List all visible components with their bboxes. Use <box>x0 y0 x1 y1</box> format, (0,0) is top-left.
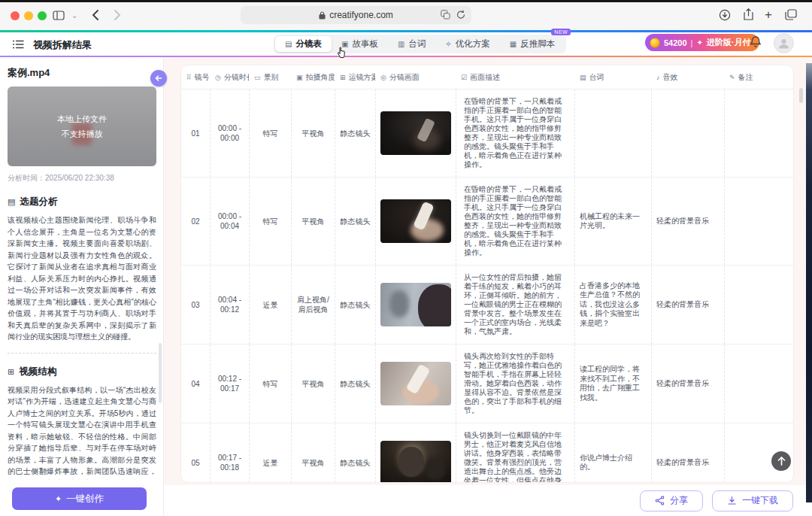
new-badge: NEW <box>551 29 571 35</box>
download-button[interactable]: 一键下载 <box>712 490 793 511</box>
notification-bell-icon[interactable] <box>750 35 762 48</box>
camera-angle-icon: ▣ <box>296 74 303 81</box>
table-row: 0300:04 - 00:12近景肩上视角/肩后视角静态镜头从一位女性的背后拍摄… <box>181 265 793 344</box>
translate-icon[interactable] <box>441 10 450 20</box>
zoom-window-button[interactable] <box>38 11 47 20</box>
topic-analysis-text: 该视频核心主题围绕新闻伦理、职场斗争和个人信念展开，主角是一位名为文慧心的资深新… <box>8 214 156 343</box>
scroll-to-top-button[interactable] <box>771 451 791 471</box>
sidebar-scrollbar[interactable] <box>159 343 162 403</box>
tab-label: 台词 <box>408 38 426 50</box>
share-button-label: 分享 <box>670 494 688 507</box>
cell-no: 04 <box>181 345 210 423</box>
credits-count: 54200 <box>664 38 687 47</box>
tab-5[interactable]: ▦反推脚本NEW <box>500 36 565 52</box>
cell-desc: 镜头切换到一位戴眼镜的中年男士，他正对着麦克风自信地讲话。他身穿西装，表情略带微… <box>456 423 574 483</box>
plan-diamond-icon: ✦ <box>696 38 702 47</box>
share-icon[interactable] <box>743 8 754 21</box>
share-button[interactable]: 分享 <box>640 490 703 511</box>
analysis-timestamp: 分析时间：2025/06/20 22:30:38 <box>8 173 156 184</box>
cell-scene: 特写 <box>249 345 291 423</box>
cell-line: 机械工程的未来一片光明。 <box>574 178 651 265</box>
one-click-create-button[interactable]: ✦ 一键创作 <box>12 487 147 510</box>
column-header-音效: ♪音效 <box>651 72 724 83</box>
minimize-window-button[interactable] <box>24 11 33 20</box>
app-window: ⌄ creatifyone.com <box>0 0 812 516</box>
tab-label: 故事板 <box>352 38 378 50</box>
cell-sound <box>651 90 724 177</box>
tab-4[interactable]: ✧优化方案 <box>435 36 499 52</box>
cell-sound-text: 轻柔的背景音乐 <box>656 458 720 468</box>
cell-note <box>724 345 794 423</box>
cell-note <box>724 90 794 177</box>
cell-sound: 轻柔的背景音乐 <box>651 266 724 344</box>
new-tab-icon[interactable]: + <box>765 8 772 23</box>
cell-no: 03 <box>181 266 210 344</box>
lock-icon <box>319 11 326 20</box>
column-label: 画面描述 <box>470 72 500 83</box>
mouse-cursor-icon <box>337 47 347 59</box>
collapse-sidebar-button[interactable] <box>150 70 167 87</box>
cell-scene: 特写 <box>249 178 291 265</box>
shot-size-icon: ▭ <box>254 74 261 81</box>
scene-thumbnail[interactable] <box>380 441 451 483</box>
table-row: 0400:12 - 00:17特写平视角静态镜头镜头再次给到女性的手部特写，她正… <box>181 344 793 423</box>
share-nodes-icon <box>655 496 665 505</box>
page-title: 视频拆解结果 <box>33 38 92 52</box>
cell-scene: 近景 <box>249 423 291 483</box>
tab-1[interactable]: ▤分镜表 <box>275 36 332 52</box>
column-label: 台词 <box>589 72 604 83</box>
column-header-分镜时长: ◷分镜时长 <box>210 72 249 83</box>
credits-plan-pill[interactable]: 54200 | ✦ 进阶版·月付 <box>645 34 759 51</box>
browser-chrome: ⌄ creatifyone.com <box>0 0 812 30</box>
tab-overview-icon[interactable] <box>785 9 797 20</box>
back-button[interactable] <box>92 10 98 20</box>
forward-button[interactable] <box>114 10 121 20</box>
column-header-镜号: ⠿镜号 <box>181 72 210 83</box>
column-header-画面描述: ☑画面描述 <box>456 72 574 83</box>
sidebar: 案例.mp4 本地上传文件 不支持播放 分析时间：2025/06/20 22:3… <box>0 57 164 516</box>
table-scrollbar[interactable] <box>799 88 803 103</box>
cell-desc-text: 镜头切换到一位戴眼镜的中年男士，他正对着麦克风自信地讲话。他身穿西装，表情略带微… <box>464 431 567 483</box>
app-header: 视频拆解结果 ▤分镜表▣故事板▥台词✧优化方案▦反推脚本NEW 54200 | … <box>0 32 812 56</box>
scene-thumbnail[interactable] <box>380 111 451 155</box>
topic-analysis-title: 选题分析 <box>20 196 57 208</box>
chevron-down-icon[interactable]: ⌄ <box>71 11 77 20</box>
storyboard-table-icon: ▤ <box>285 40 292 48</box>
cell-no: 01 <box>181 90 210 177</box>
cell-desc-text: 镜头再次给到女性的手部特写，她正优雅地操作着白色的智能手机，手指在屏幕上轻轻滑动… <box>464 352 567 415</box>
column-label: 分镜画面 <box>389 72 420 83</box>
cell-note <box>724 178 794 265</box>
cell-thumbnail <box>375 423 456 483</box>
tab-label: 分镜表 <box>295 38 322 50</box>
column-header-台词: ▤台词 <box>574 72 651 83</box>
scene-thumbnail[interactable] <box>380 199 451 243</box>
menu-list-icon[interactable] <box>13 40 24 49</box>
reload-icon[interactable] <box>456 10 465 20</box>
cell-line-text: 占香港多少的本地生产总值？不然的话，我也没这么多钱，捐个实验室出来是吧？ <box>580 281 647 329</box>
cell-desc: 从一位女性的背后拍摄，她留着干练的短发，戴着小巧的耳环，正侧耳倾听。她的前方，一… <box>456 266 574 344</box>
sidebar-toggle-icon[interactable] <box>53 11 65 20</box>
user-avatar[interactable] <box>774 33 794 53</box>
column-header-分镜画面: ◎分镜画面 <box>375 72 456 83</box>
cell-angle: 肩上视角/肩后视角 <box>291 266 335 344</box>
cell-sound: 轻柔的背景音乐 <box>651 178 724 265</box>
cell-no: 02 <box>181 178 210 265</box>
cell-time: 00:00 - 00:04 <box>210 178 249 265</box>
dialogue-icon: ▤ <box>580 74 586 81</box>
cell-line: 你说卢博士介绍的。 <box>574 423 651 483</box>
address-bar[interactable]: creatifyone.com <box>241 6 471 24</box>
cell-thumbnail <box>375 345 456 423</box>
cell-line <box>574 90 651 177</box>
section-divider <box>8 353 156 354</box>
column-label: 备注 <box>738 72 753 83</box>
cell-time: 00:04 - 00:12 <box>210 266 249 344</box>
cell-desc-text: 从一位女性的背后拍摄，她留着干练的短发，戴着小巧的耳环，正侧耳倾听。她的前方，一… <box>464 273 567 336</box>
drag-handle-icon: ⠿ <box>186 74 192 81</box>
downloads-icon[interactable] <box>719 9 731 21</box>
scene-thumbnail[interactable] <box>380 362 451 405</box>
column-header-拍摄角度: ▣拍摄角度 <box>291 72 335 83</box>
cell-time: 00:00 - 00:00 <box>210 90 249 177</box>
close-window-button[interactable] <box>11 11 20 20</box>
tab-3[interactable]: ▥台词 <box>388 36 435 52</box>
scene-thumbnail[interactable] <box>380 283 451 326</box>
